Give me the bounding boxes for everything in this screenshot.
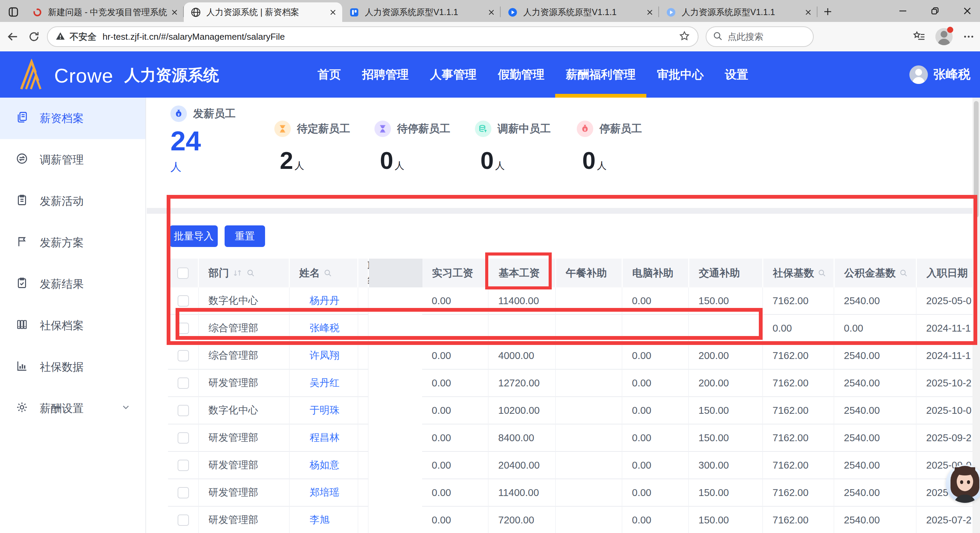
tab-close-icon[interactable] (802, 6, 814, 18)
new-tab-button[interactable] (819, 3, 836, 20)
search-icon[interactable] (246, 268, 255, 278)
browser-tab-3[interactable]: 人力资源系统原型V1.1.1 (501, 2, 659, 22)
tab-close-icon[interactable] (644, 6, 655, 18)
tab-close-icon[interactable] (169, 6, 180, 18)
cell-fund-base: 2540.00 (834, 370, 916, 397)
nav-item-5[interactable]: 审批中心 (646, 51, 714, 98)
search-icon[interactable] (899, 268, 908, 278)
sidebar-item-4[interactable]: 发薪结果 (0, 263, 145, 305)
browser-tab-1[interactable]: 人力资源系统 | 薪资档案 (184, 2, 342, 22)
restore-button[interactable] (927, 3, 943, 19)
row-checkbox[interactable] (178, 514, 189, 526)
column-header-grade[interactable]: 职级 (358, 259, 369, 287)
column-header-base-salary[interactable]: 基本工资 (489, 259, 556, 287)
employee-name-link[interactable]: 郑培瑶 (310, 486, 339, 500)
column-label: 交通补助 (699, 266, 740, 280)
row-checkbox[interactable] (178, 378, 189, 389)
row-checkbox[interactable] (178, 460, 189, 471)
column-header-fund-base[interactable]: 公积金基数 (835, 259, 917, 287)
sort-icon[interactable] (232, 268, 243, 278)
search-icon[interactable] (818, 268, 826, 278)
refresh-button[interactable] (26, 29, 42, 44)
scrollbar-thumb[interactable] (974, 101, 978, 217)
product-name: 人力资源系统 (124, 65, 219, 86)
favorites-bar-icon[interactable] (911, 28, 928, 45)
sidebar-item-label: 发薪活动 (40, 194, 84, 209)
browser-profile-avatar[interactable] (935, 28, 953, 45)
nav-item-2[interactable]: 人事管理 (419, 51, 487, 98)
nav-item-0[interactable]: 首页 (307, 51, 352, 98)
sidebar-item-2[interactable]: 发薪活动 (0, 181, 145, 222)
cell-fund-base: 2540.00 (834, 452, 916, 479)
column-header-social-base[interactable]: 社保基数 (763, 259, 835, 287)
tab-close-icon[interactable] (485, 6, 497, 18)
sidebar-item-3[interactable]: 发薪方案 (0, 222, 145, 263)
column-header-transport-allow[interactable]: 交通补助 (689, 259, 763, 287)
fixed-column-divider (369, 287, 422, 315)
cell-transport-allow (689, 315, 763, 342)
select-all-checkbox[interactable] (177, 268, 189, 279)
sidebar-item-7[interactable]: 薪酬设置 (0, 388, 145, 429)
row-checkbox[interactable] (178, 432, 189, 444)
sidebar-item-6[interactable]: 社保数据 (0, 346, 145, 388)
employee-name-link[interactable]: 张峰税 (310, 321, 339, 335)
cell-social-base: 7162.00 (763, 287, 834, 315)
main-nav: 首页招聘管理人事管理假勤管理薪酬福利管理审批中心设置 (307, 51, 759, 98)
column-header-name[interactable]: 姓名 (290, 259, 358, 287)
close-window-button[interactable] (959, 3, 975, 19)
address-bar[interactable]: 不安全 hr-test.zjf-it.cn/#/salaryManagement… (47, 26, 698, 47)
row-checkbox[interactable] (178, 295, 189, 306)
tab-close-icon[interactable] (327, 6, 339, 18)
employee-name-link[interactable]: 李旭 (310, 513, 329, 527)
search-icon[interactable] (323, 268, 332, 278)
stat-card-2: 待停薪员工0人 (374, 121, 450, 173)
employee-name-link[interactable]: 杨丹丹 (310, 294, 339, 308)
employee-name-link[interactable]: 吴丹红 (310, 376, 339, 390)
select-all-checkbox-cell (168, 259, 199, 287)
nav-item-6[interactable]: 设置 (714, 51, 759, 98)
sidebar-item-label: 发薪方案 (40, 235, 84, 251)
bookmark-star-icon[interactable] (679, 30, 690, 43)
globe-icon (190, 6, 202, 18)
nav-item-4[interactable]: 薪酬福利管理 (555, 51, 646, 98)
minimize-button[interactable] (895, 3, 911, 19)
browser-tab-0[interactable]: 新建问题 - 中竞发项目管理系统 (25, 2, 184, 22)
row-checkbox[interactable] (178, 405, 189, 416)
column-header-computer-allow[interactable]: 电脑补助 (623, 259, 689, 287)
table-row-0: 数字化中心杨丹丹无0.0011400.000.00150.007162.0025… (168, 287, 980, 315)
employee-name-link[interactable]: 程昌林 (310, 431, 339, 445)
back-button[interactable] (5, 29, 21, 44)
browser-menu-icon[interactable] (960, 28, 977, 45)
row-checkbox[interactable] (178, 487, 189, 498)
column-header-hire-date[interactable]: 入职日期 (917, 259, 980, 287)
row-checkbox[interactable] (178, 350, 189, 362)
column-header-lunch-allow[interactable]: 午餐补助 (556, 259, 623, 287)
cell-computer-allow: 0.00 (622, 452, 689, 479)
browser-tab-2[interactable]: 人力资源系统原型V1.1.1 (342, 2, 501, 22)
row-checkbox[interactable] (178, 323, 189, 334)
browser-tab-4[interactable]: 人力资源系统原型V1.1.1 (659, 2, 818, 22)
tab-workspace-icon[interactable] (5, 3, 22, 21)
assistant-avatar[interactable] (946, 465, 980, 503)
employee-name-link[interactable]: 于明珠 (310, 403, 339, 417)
nav-item-1[interactable]: 招聘管理 (352, 51, 419, 98)
fixed-column-divider (369, 479, 422, 507)
sidebar-item-0[interactable]: 薪资档案 (0, 98, 145, 139)
cell-name: 许凤翔 (290, 342, 358, 370)
employee-name-link[interactable]: 杨如意 (310, 458, 339, 472)
column-header-intern-salary[interactable]: 实习工资 (422, 259, 489, 287)
sidebar-item-label: 社保数据 (40, 360, 84, 375)
cell-grade: 无 (358, 397, 369, 424)
employee-name-link[interactable]: 许凤翔 (310, 349, 339, 362)
search-box[interactable]: 点此搜索 (706, 26, 814, 47)
cell-lunch-allow (556, 507, 622, 533)
reset-button[interactable]: 重置 (224, 225, 265, 247)
header-user[interactable]: 张峰税 (909, 51, 970, 98)
batch-import-button[interactable]: 批量导入 (170, 225, 218, 247)
column-header-dept[interactable]: 部门 (199, 259, 290, 287)
chevron-down-icon[interactable] (121, 402, 131, 415)
nav-item-3[interactable]: 假勤管理 (487, 51, 555, 98)
cell-fund-base: 2540.00 (834, 424, 916, 452)
sidebar-item-5[interactable]: 社保档案 (0, 305, 145, 346)
sidebar-item-1[interactable]: 调薪管理 (0, 139, 145, 181)
